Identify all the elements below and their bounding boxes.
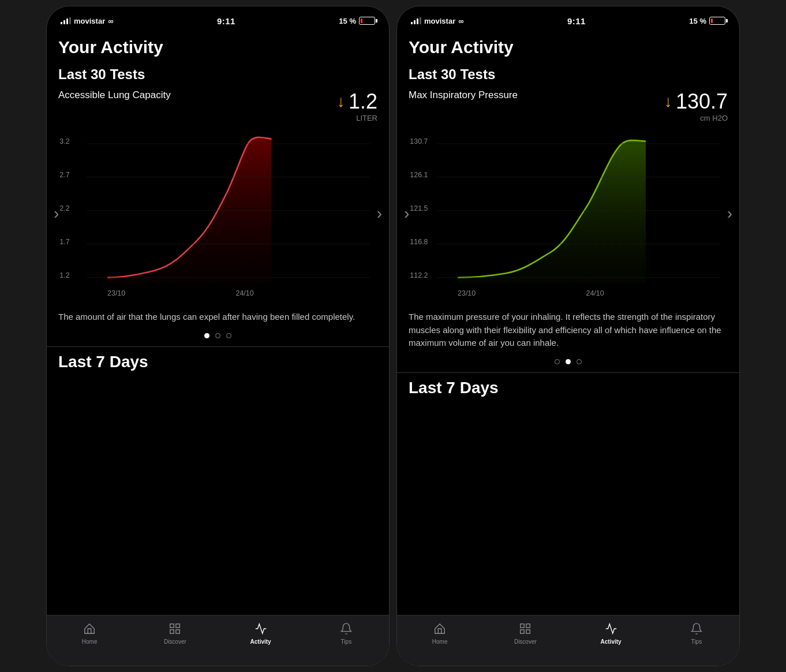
tab-discover-2[interactable]: Discover bbox=[482, 621, 568, 645]
status-right-2: 15 % bbox=[689, 17, 725, 25]
tab-label-tips-2: Tips bbox=[691, 639, 702, 645]
metric-header-2: Max Inspiratory Pressure ↓ 130.7 cm H2O bbox=[409, 89, 728, 122]
tab-label-discover-2: Discover bbox=[514, 639, 537, 645]
chart-next-1[interactable]: › bbox=[377, 206, 382, 222]
svg-text:3.2: 3.2 bbox=[59, 137, 69, 145]
dot-2-2[interactable] bbox=[577, 359, 582, 364]
status-right-1: 15 % bbox=[339, 17, 375, 25]
grid-icon-1 bbox=[169, 621, 181, 636]
section-title-1: Last 30 Tests bbox=[58, 66, 377, 83]
metric-header-1: Accessible Lung Capacity ↓ 1.2 LITER bbox=[58, 89, 377, 122]
tab-discover-1[interactable]: Discover bbox=[132, 621, 218, 645]
svg-text:2.7: 2.7 bbox=[59, 171, 69, 179]
phones-container: movistar ∞ 9:11 15 % Your Activity Last … bbox=[40, 0, 746, 672]
metric-unit-1: LITER bbox=[356, 114, 377, 122]
tab-bar-2: Home Discover bbox=[397, 615, 739, 666]
page-title-1: Your Activity bbox=[58, 38, 377, 57]
chart-1: › 3.2 2.7 2.2 1.7 1.2 23/10 24/10 bbox=[58, 127, 377, 300]
home-icon-1 bbox=[83, 621, 96, 636]
dots-2 bbox=[409, 359, 728, 364]
signal-icon bbox=[61, 17, 71, 24]
battery-text-2: 15 % bbox=[689, 17, 706, 25]
wifi-icon-1: ∞ bbox=[108, 17, 113, 25]
down-arrow-1: ↓ bbox=[337, 94, 345, 110]
chart-prev-2[interactable]: › bbox=[404, 206, 409, 222]
tab-label-activity-1: Activity bbox=[250, 639, 271, 645]
svg-rect-31 bbox=[526, 630, 530, 633]
battery-icon-1 bbox=[359, 17, 375, 25]
grid-icon-2 bbox=[519, 621, 532, 636]
bell-icon-2 bbox=[690, 621, 703, 636]
tab-activity-1[interactable]: Activity bbox=[218, 621, 304, 645]
svg-text:130.7: 130.7 bbox=[410, 137, 428, 145]
svg-text:23/10: 23/10 bbox=[458, 289, 476, 297]
tab-tips-2[interactable]: Tips bbox=[654, 621, 739, 645]
content-1: Your Activity Last 30 Tests Accessible L… bbox=[47, 32, 389, 615]
chart-next-2[interactable]: › bbox=[727, 206, 732, 222]
svg-text:2.2: 2.2 bbox=[59, 204, 69, 212]
dot-1-2[interactable] bbox=[226, 333, 231, 338]
section-title-2: Last 30 Tests bbox=[409, 66, 728, 83]
wifi-icon-2: ∞ bbox=[458, 17, 463, 25]
metric-name-2: Max Inspiratory Pressure bbox=[409, 89, 518, 101]
svg-rect-12 bbox=[170, 624, 174, 628]
content-2: Your Activity Last 30 Tests Max Inspirat… bbox=[397, 32, 739, 615]
home-icon-2 bbox=[433, 621, 446, 636]
svg-rect-14 bbox=[170, 630, 174, 633]
carrier-1: movistar bbox=[74, 17, 105, 25]
metric-unit-2: cm H2O bbox=[700, 114, 728, 122]
metric-value-row-2: ↓ 130.7 bbox=[664, 89, 728, 114]
time-1: 9:11 bbox=[217, 16, 235, 26]
chart-prev-1[interactable]: › bbox=[54, 206, 59, 222]
svg-rect-13 bbox=[176, 624, 179, 628]
signal-icon-2 bbox=[411, 17, 421, 24]
tab-home-1[interactable]: Home bbox=[47, 621, 132, 645]
chart-svg-1: 3.2 2.7 2.2 1.7 1.2 23/10 24/10 bbox=[58, 127, 377, 300]
description-2: The maximum pressure of your inhaling. I… bbox=[409, 311, 728, 350]
dots-1 bbox=[58, 333, 377, 338]
dot-2-1[interactable] bbox=[566, 359, 571, 364]
chart-2: › 130.7 126.1 121.5 116.8 112.2 23/10 24… bbox=[409, 127, 728, 300]
dot-1-1[interactable] bbox=[215, 333, 220, 338]
description-1: The amount of air that the lungs can exp… bbox=[58, 311, 377, 324]
phone-1: movistar ∞ 9:11 15 % Your Activity Last … bbox=[46, 6, 390, 666]
metric-value-row-1: ↓ 1.2 bbox=[337, 89, 377, 114]
tab-bar-1: Home Discover bbox=[47, 615, 389, 666]
metric-value-container-1: ↓ 1.2 LITER bbox=[337, 89, 377, 122]
svg-rect-15 bbox=[176, 630, 179, 633]
tab-label-activity-2: Activity bbox=[601, 639, 622, 645]
activity-icon-1 bbox=[254, 621, 267, 636]
tab-home-2[interactable]: Home bbox=[397, 621, 482, 645]
down-arrow-2: ↓ bbox=[664, 94, 672, 110]
svg-text:126.1: 126.1 bbox=[410, 171, 428, 179]
last7-title-1: Last 7 Days bbox=[58, 353, 377, 371]
metric-number-2: 130.7 bbox=[676, 89, 728, 114]
tab-tips-1[interactable]: Tips bbox=[304, 621, 389, 645]
page-title-2: Your Activity bbox=[409, 38, 728, 57]
divider-2 bbox=[397, 372, 739, 373]
time-2: 9:11 bbox=[567, 16, 586, 26]
phone-2: movistar ∞ 9:11 15 % Your Activity Last … bbox=[396, 6, 740, 666]
svg-text:1.2: 1.2 bbox=[59, 271, 69, 279]
dot-2-0[interactable] bbox=[555, 359, 560, 364]
carrier-2: movistar bbox=[424, 17, 455, 25]
last7-title-2: Last 7 Days bbox=[409, 379, 728, 397]
svg-text:121.5: 121.5 bbox=[410, 204, 428, 212]
tab-label-home-2: Home bbox=[432, 639, 448, 645]
tab-label-discover-1: Discover bbox=[164, 639, 186, 645]
svg-rect-30 bbox=[521, 630, 524, 633]
metric-value-container-2: ↓ 130.7 cm H2O bbox=[664, 89, 728, 122]
metric-name-1: Accessible Lung Capacity bbox=[58, 89, 171, 101]
svg-text:23/10: 23/10 bbox=[107, 289, 125, 297]
status-left-1: movistar ∞ bbox=[61, 17, 113, 25]
svg-rect-29 bbox=[526, 624, 530, 628]
dot-1-0[interactable] bbox=[204, 333, 209, 338]
tab-activity-2[interactable]: Activity bbox=[568, 621, 654, 645]
svg-text:112.2: 112.2 bbox=[410, 271, 428, 279]
svg-rect-28 bbox=[521, 624, 524, 628]
status-bar-2: movistar ∞ 9:11 15 % bbox=[397, 6, 739, 32]
activity-icon-2 bbox=[605, 621, 617, 636]
svg-text:24/10: 24/10 bbox=[586, 289, 604, 297]
tab-label-tips-1: Tips bbox=[341, 639, 352, 645]
chart-fill-1 bbox=[107, 137, 271, 283]
